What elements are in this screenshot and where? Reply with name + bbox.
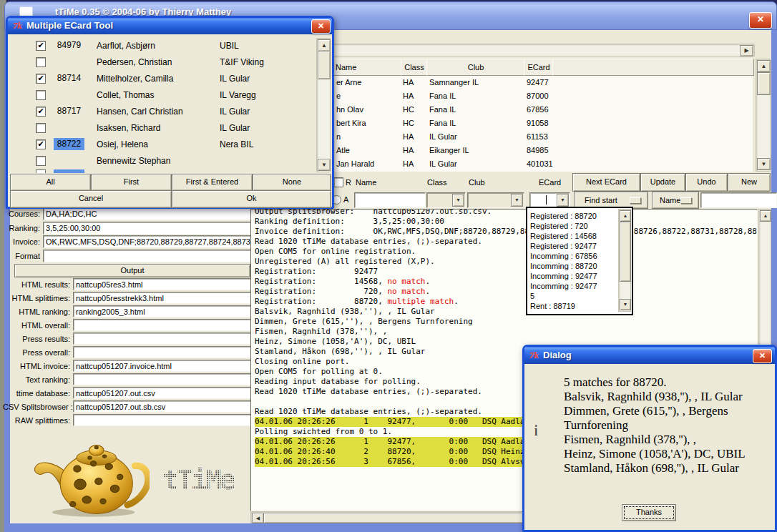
ecard-tool-close-icon[interactable]: ✕	[311, 19, 331, 34]
scroll-left-icon[interactable]: ◀	[252, 513, 264, 523]
output-field[interactable]	[73, 278, 253, 290]
club-combobox[interactable]: ▼	[467, 192, 524, 208]
popup-list-item[interactable]: Registered : 14568	[527, 231, 617, 241]
output-field[interactable]	[73, 305, 253, 317]
popup-vscroll-thumb[interactable]	[620, 222, 631, 282]
club-combo-arrow-icon[interactable]: ▼	[511, 194, 523, 207]
output-field[interactable]	[73, 400, 253, 413]
config-field[interactable]	[43, 222, 253, 235]
scroll-up-icon[interactable]: ▲	[760, 210, 771, 222]
output-field[interactable]	[73, 332, 253, 345]
first-and-entered-button[interactable]: First & Entered	[172, 174, 253, 191]
column-header-club[interactable]: Club	[426, 59, 525, 76]
scroll-up-icon[interactable]: ▲	[318, 39, 331, 51]
popup-list-item[interactable]: Incomming : 92477	[527, 281, 617, 291]
ok-button[interactable]: Ok	[172, 190, 331, 208]
config-field[interactable]	[43, 207, 253, 220]
update-button[interactable]: Update	[640, 173, 685, 192]
entry-checkbox[interactable]: ✔	[36, 41, 46, 51]
popup-list-item[interactable]: Incomming : 67856	[527, 251, 617, 261]
table-vscrollbar[interactable]: ▲ ▼	[756, 59, 771, 172]
new-button[interactable]: New	[728, 173, 771, 192]
output-field[interactable]	[73, 346, 253, 358]
thanks-button[interactable]: Thanks	[622, 504, 676, 521]
name-menubutton[interactable]: Name	[652, 192, 699, 209]
ecard-list-row: Isaksen, RichardIL Gular	[8, 120, 314, 137]
cancel-button[interactable]: Cancel	[10, 190, 172, 208]
output-field[interactable]	[73, 387, 253, 399]
entry-checkbox[interactable]: ✔	[36, 139, 46, 149]
all-button[interactable]: All	[10, 174, 91, 191]
scroll-up-icon[interactable]: ▲	[620, 210, 631, 222]
cell-class: HC	[403, 105, 414, 114]
table-vscroll-thumb[interactable]	[757, 72, 771, 95]
config-field[interactable]	[43, 235, 253, 248]
entry-checkbox[interactable]	[36, 90, 46, 100]
cell-class: HC	[403, 119, 414, 127]
output-label: Press overall:	[3, 348, 70, 357]
popup-vscrollbar[interactable]: ▲ ▼	[618, 209, 631, 312]
scroll-down-icon[interactable]: ▼	[757, 158, 771, 170]
match-dialog-titlebar[interactable]: 7k Dialog ✕	[524, 347, 775, 364]
output-section-header: Output	[14, 264, 250, 277]
cell-class: HA	[403, 146, 414, 154]
scroll-right-icon[interactable]: ▶	[740, 45, 753, 56]
scroll-down-icon[interactable]: ▼	[620, 299, 631, 310]
ecard-number[interactable]: 84979	[54, 39, 84, 51]
output-field[interactable]	[73, 319, 253, 331]
undo-button[interactable]: Undo	[685, 173, 728, 192]
name-filter-input[interactable]	[354, 192, 426, 208]
popup-items: Registered : 88720Registered : 720Regist…	[527, 211, 617, 311]
ecard-combo-arrow-icon[interactable]: ▼	[557, 194, 569, 207]
popup-list-item[interactable]: Registered : 720	[527, 221, 617, 231]
ecard-entry-list: ✔84979Aarflot, AsbjørnUBILPedersen, Chri…	[8, 36, 314, 172]
scroll-up-icon[interactable]: ▲	[757, 60, 771, 72]
config-field[interactable]	[43, 250, 253, 262]
entry-checkbox[interactable]: ✔	[36, 107, 46, 117]
column-header-ecard[interactable]: ECard	[524, 59, 554, 76]
entry-checkbox[interactable]	[36, 156, 46, 166]
ecard-number[interactable]	[54, 154, 84, 167]
runner-club: T&IF Viking	[220, 57, 264, 67]
ecard-list-vscrollbar[interactable]: ▲ ▼	[316, 38, 331, 172]
entry-checkbox[interactable]	[36, 57, 46, 67]
match-dialog-close-icon[interactable]: ✕	[753, 349, 772, 363]
ecard-number[interactable]: 88722	[54, 138, 84, 150]
main-close-icon[interactable]: ✕	[749, 12, 772, 29]
output-field[interactable]	[73, 414, 253, 426]
ecard-list-row: ✔88722Osiej, HelenaNera BIL	[8, 137, 314, 153]
next-ecard-button[interactable]: Next ECard	[572, 173, 640, 192]
cell-club: Fana IL	[429, 119, 456, 127]
entry-checkbox[interactable]: ✔	[36, 74, 46, 84]
runner-name: Bennewitz Stephan	[97, 156, 170, 166]
ecard-number[interactable]: 88717	[54, 105, 84, 117]
search-input[interactable]	[700, 192, 777, 208]
popup-list-item[interactable]: Incomming : 88720	[527, 261, 617, 271]
ecard-number[interactable]	[54, 56, 84, 68]
class-combo-arrow-icon[interactable]: ▼	[452, 194, 464, 207]
output-field[interactable]	[73, 373, 253, 385]
entry-checkbox[interactable]	[36, 123, 46, 133]
popup-list-item[interactable]: 5	[527, 291, 617, 301]
scroll-down-icon[interactable]: ▼	[318, 159, 331, 171]
ecard-tool-titlebar[interactable]: 7k Multiple ECard Tool ✕	[8, 18, 332, 34]
ecard-number[interactable]: 88714	[54, 72, 84, 84]
popup-list-item[interactable]: Rent : 88719	[527, 301, 617, 311]
output-field[interactable]	[73, 360, 253, 372]
ecard-number[interactable]	[54, 122, 84, 134]
ecard-number[interactable]	[54, 89, 84, 101]
popup-list-item[interactable]: Incomming : 92477	[527, 271, 617, 281]
column-header-class[interactable]: Class	[401, 59, 428, 76]
popup-list-item[interactable]: Registered : 88720	[527, 211, 617, 221]
none-button[interactable]: None	[253, 174, 331, 191]
registration-popup-list[interactable]: Registered : 88720Registered : 720Regist…	[526, 207, 633, 315]
ecard-combobox[interactable]: ▼	[529, 192, 570, 208]
ecard-vscroll-thumb[interactable]	[318, 51, 331, 79]
popup-list-item[interactable]: Registered : 92477	[527, 241, 617, 251]
r-checkbox[interactable]	[333, 177, 343, 187]
ttime-wordmark: tTiMe	[162, 465, 244, 496]
first-button[interactable]: First	[91, 174, 172, 191]
class-combobox[interactable]: ▼	[426, 192, 466, 208]
cell-club: Eikanger IL	[429, 146, 469, 154]
output-field[interactable]	[73, 292, 253, 304]
